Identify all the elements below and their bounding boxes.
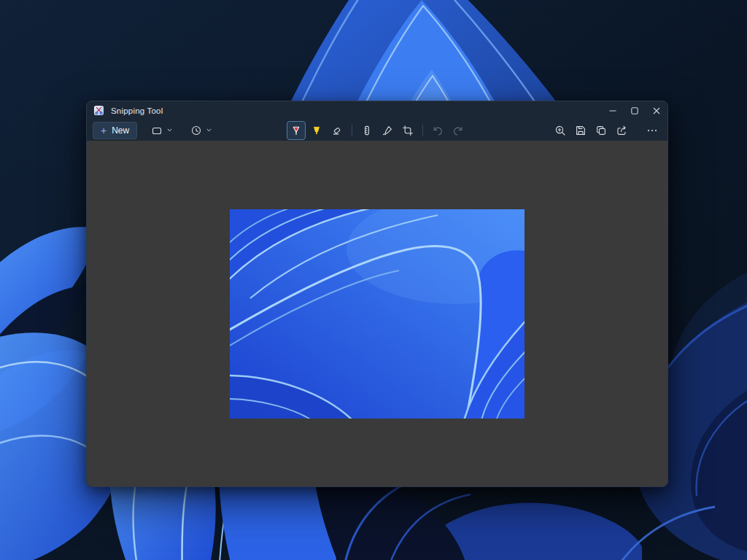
- plus-icon: +: [101, 125, 107, 136]
- share-button[interactable]: [612, 121, 631, 140]
- toolbar-left-group: + New: [93, 121, 216, 140]
- highlighter-icon: [311, 125, 322, 136]
- maximize-icon: [631, 107, 638, 114]
- window-title: Snipping Tool: [111, 106, 163, 115]
- rectangle-mode-icon: [151, 125, 163, 136]
- redo-button[interactable]: [449, 121, 468, 140]
- title-bar[interactable]: Snipping Tool: [87, 101, 667, 120]
- editing-canvas: [87, 141, 667, 486]
- toolbar-separator: [352, 125, 352, 136]
- ruler-icon: [361, 125, 373, 136]
- undo-icon: [432, 125, 444, 136]
- highlighter-button[interactable]: [307, 121, 326, 140]
- zoom-button[interactable]: [551, 121, 570, 140]
- snip-mode-dropdown[interactable]: [147, 121, 177, 140]
- copy-button[interactable]: [592, 121, 611, 140]
- clock-icon: [190, 125, 202, 136]
- toolbar: + New: [87, 120, 667, 141]
- toolbar-right-group: [551, 121, 662, 140]
- toolbar-separator: [422, 125, 423, 136]
- crop-icon: [402, 125, 414, 136]
- maximize-button[interactable]: [624, 101, 646, 120]
- copy-icon: [595, 125, 607, 136]
- see-more-button[interactable]: [643, 121, 662, 140]
- snip-delay-dropdown[interactable]: [187, 121, 216, 140]
- close-button[interactable]: [646, 101, 667, 120]
- captured-snip-image[interactable]: [230, 209, 525, 419]
- ruler-button[interactable]: [357, 121, 376, 140]
- desktop: Snipping Tool + New: [0, 0, 747, 560]
- redo-icon: [452, 125, 464, 136]
- minimize-button[interactable]: [602, 101, 624, 120]
- snipping-tool-window: Snipping Tool + New: [86, 101, 668, 487]
- save-button[interactable]: [571, 121, 590, 140]
- save-floppy-icon: [575, 125, 587, 136]
- touch-writing-icon: [382, 125, 393, 136]
- new-snip-button[interactable]: + New: [93, 122, 137, 139]
- annotation-tools-group: [287, 121, 468, 140]
- chevron-down-icon: [206, 127, 212, 133]
- see-more-ellipsis-icon: [646, 125, 658, 136]
- minimize-icon: [609, 107, 616, 114]
- close-icon: [653, 107, 660, 114]
- eraser-button[interactable]: [328, 121, 347, 140]
- crop-button[interactable]: [398, 121, 417, 140]
- share-icon: [616, 125, 627, 136]
- snipping-tool-app-icon: [93, 105, 104, 116]
- magnifier-zoom-icon: [554, 125, 566, 136]
- caption-buttons: [602, 101, 667, 120]
- eraser-icon: [331, 125, 343, 136]
- ballpoint-pen-button[interactable]: [287, 121, 306, 140]
- chevron-down-icon: [166, 127, 173, 133]
- ballpoint-pen-icon: [290, 125, 302, 136]
- touch-writing-button[interactable]: [378, 121, 397, 140]
- undo-button[interactable]: [428, 121, 447, 140]
